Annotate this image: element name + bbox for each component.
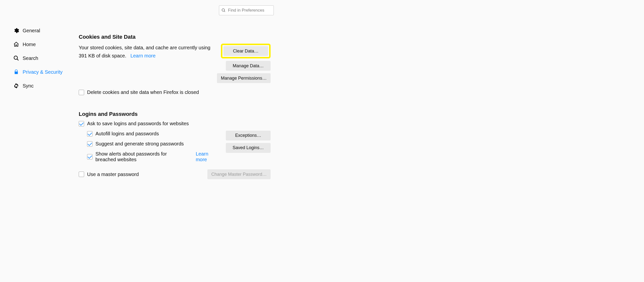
logins-options: Ask to save logins and passwords for web… [79,121,216,163]
saved-logins-button[interactable]: Saved Logins… [226,143,270,153]
cookies-description: Your stored cookies, site data, and cach… [79,44,210,83]
master-password-row: Use a master password Change Master Pass… [79,169,270,179]
use-master-label: Use a master password [87,172,139,177]
alerts-row: Show alerts about passwords for breached… [87,151,216,163]
search-icon [13,55,19,61]
clear-data-button[interactable]: Clear Data… [223,46,268,56]
gear-icon [13,28,19,34]
svg-line-1 [224,11,225,12]
sidebar-item-label: Sync [23,83,34,89]
sidebar-item-label: Search [23,55,38,61]
svg-line-3 [17,59,19,61]
sidebar-item-home[interactable]: Home [13,38,74,51]
suggest-checkbox[interactable] [87,141,92,147]
section-title-logins: Logins and Passwords [79,111,270,117]
delete-on-close-checkbox[interactable] [79,90,84,95]
ask-save-checkbox[interactable] [79,121,84,126]
main-content: Cookies and Site Data Your stored cookie… [74,6,270,195]
svg-point-0 [222,9,224,11]
exceptions-button[interactable]: Exceptions… [226,131,270,140]
sync-icon [13,83,19,89]
search-container [219,6,274,15]
sidebar: General Home Search Privacy & Security S [0,6,74,195]
manage-permissions-button[interactable]: Manage Permissions… [217,73,270,83]
sidebar-item-label: Home [23,42,36,47]
sidebar-item-sync[interactable]: Sync [13,79,74,93]
home-icon [13,41,19,47]
ask-save-label: Ask to save logins and passwords for web… [87,121,189,126]
alerts-label: Show alerts about passwords for breached… [96,151,187,163]
cookies-learn-more-link[interactable]: Learn more [130,53,156,58]
autofill-row: Autofill logins and passwords [87,131,216,136]
logins-button-column: Exceptions… Saved Logins… [226,131,270,153]
cookies-button-column: Clear Data… Manage Data… Manage Permissi… [217,44,270,83]
section-logins: Logins and Passwords Ask to save logins … [79,111,270,179]
suggest-row: Suggest and generate strong passwords [87,141,216,147]
use-master-checkbox[interactable] [79,172,84,177]
section-title-cookies: Cookies and Site Data [79,34,270,40]
clear-data-highlight: Clear Data… [221,44,270,58]
search-icon [222,8,226,13]
sidebar-item-search[interactable]: Search [13,51,74,65]
sidebar-item-privacy[interactable]: Privacy & Security [13,65,74,79]
autofill-checkbox[interactable] [87,131,92,136]
sidebar-item-label: Privacy & Security [23,69,62,75]
lock-icon [13,69,19,75]
svg-point-2 [14,56,18,59]
autofill-label: Autofill logins and passwords [96,131,159,136]
change-master-password-button[interactable]: Change Master Password… [207,169,270,179]
section-cookies: Cookies and Site Data Your stored cookie… [79,34,270,95]
sidebar-item-general[interactable]: General [13,24,74,38]
suggest-label: Suggest and generate strong passwords [96,141,184,147]
alerts-checkbox[interactable] [87,154,92,160]
use-master-row: Use a master password [79,172,139,177]
delete-on-close-label: Delete cookies and site data when Firefo… [87,89,199,95]
delete-on-close-row: Delete cookies and site data when Firefo… [79,89,270,95]
search-input[interactable] [219,6,274,15]
sidebar-item-label: General [23,28,40,34]
alerts-learn-more-link[interactable]: Learn more [196,151,216,163]
ask-save-row: Ask to save logins and passwords for web… [79,121,216,126]
manage-data-button[interactable]: Manage Data… [226,61,270,71]
